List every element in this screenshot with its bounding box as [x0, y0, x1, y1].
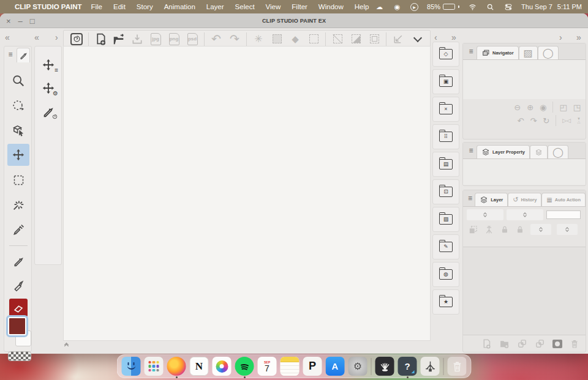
rotate-canvas-tool[interactable] — [7, 94, 29, 116]
transform-selection-button[interactable] — [304, 31, 323, 47]
app-menu-title[interactable]: CLIP STUDIO PAINT — [15, 3, 81, 10]
deselect-button[interactable]: ✳ — [249, 31, 268, 47]
new-document-button[interactable] — [91, 31, 110, 47]
tab-layer[interactable]: Layer — [475, 193, 508, 206]
dock-grabber-app[interactable] — [421, 357, 440, 376]
auto-select-tool[interactable] — [7, 194, 29, 216]
tab-layer-property[interactable]: Layer Property — [477, 145, 530, 158]
reset-rotation-button[interactable]: ↻ — [543, 116, 549, 125]
minimize-window-button[interactable]: – — [18, 17, 23, 25]
redo-button[interactable]: ↷ — [225, 31, 244, 47]
material-folder-button[interactable]: ★ — [432, 289, 459, 315]
tab-auto-action[interactable]: ▦ Auto Action — [541, 193, 586, 206]
zoom-in-button[interactable]: ⊕ — [527, 103, 533, 112]
dock-trash[interactable] — [448, 357, 467, 376]
dock-launchpad[interactable] — [145, 357, 164, 376]
control-center-icon[interactable] — [503, 3, 513, 11]
new-folder-button[interactable] — [499, 338, 510, 349]
rightcol-expand-button[interactable]: » — [576, 33, 581, 42]
screen-record-icon[interactable]: ▶ — [410, 3, 418, 11]
zoom-window-button[interactable]: □ — [30, 17, 35, 25]
selection-tool[interactable] — [7, 169, 29, 191]
snap-to-ruler-button[interactable] — [389, 31, 407, 47]
material-folder-button[interactable]: × — [432, 97, 459, 122]
menu-item[interactable]: Layer — [201, 3, 230, 10]
clip-studio-home-button[interactable] — [67, 31, 86, 47]
tab-history[interactable]: ↺ History — [508, 193, 541, 206]
toolcol-collapse-button[interactable]: « — [34, 33, 39, 42]
object-tool[interactable] — [7, 119, 29, 141]
palette-color-stepper[interactable] — [530, 224, 551, 235]
actual-size-button[interactable]: ◉ — [540, 103, 546, 112]
new-layer-button[interactable] — [481, 338, 492, 349]
material-folder-button[interactable]: ⠿ — [432, 124, 459, 149]
blend-mode-stepper[interactable] — [467, 209, 503, 220]
subtool-move-settings[interactable]: ⚙ — [39, 78, 58, 98]
menubar-clock[interactable]: Thu Sep 7 5:11 PM — [521, 3, 582, 10]
export-jpg-button[interactable]: jpg — [146, 31, 165, 47]
clip-below-button[interactable] — [468, 225, 478, 235]
menu-item[interactable]: Edit — [108, 3, 131, 10]
layer-property-menu-icon[interactable]: ≡ — [466, 144, 477, 157]
flip-vertical-button[interactable]: ▼ △ — [577, 117, 581, 124]
material-folder-button[interactable]: ✎ — [432, 234, 459, 259]
lock-transparent-button[interactable] — [515, 225, 525, 234]
tab-navigator[interactable]: Navigator — [477, 46, 519, 59]
material-expand-button[interactable]: » — [451, 33, 456, 42]
spotlight-search-icon[interactable] — [486, 3, 495, 11]
tab-information[interactable]: ◯ — [538, 46, 559, 59]
menu-item[interactable]: Filter — [286, 3, 313, 10]
opacity-stepper[interactable] — [507, 209, 543, 220]
tool-palette-menu-icon[interactable]: ≡ — [4, 47, 17, 62]
transfer-down-button[interactable] — [517, 338, 527, 349]
delete-layer-button[interactable] — [570, 339, 579, 349]
dock-notes[interactable] — [281, 357, 300, 376]
foreground-color-swatch[interactable] — [8, 317, 26, 335]
layer-panel-menu-icon[interactable]: ≡ — [466, 192, 475, 205]
reference-layer-button[interactable] — [484, 225, 494, 235]
inking-pen-tool[interactable] — [7, 274, 29, 296]
layer-mask-button[interactable] — [552, 340, 562, 348]
fill-selection-button[interactable]: ◆ — [286, 31, 304, 47]
fit-to-window-button[interactable]: ◰ — [559, 103, 567, 112]
export-png-button[interactable]: png — [165, 31, 183, 47]
selection-launcher-button[interactable] — [365, 31, 383, 47]
dock-photos[interactable] — [213, 357, 232, 376]
dock-clip-studio[interactable]: ? — [398, 357, 417, 376]
close-window-button[interactable]: × — [6, 17, 11, 25]
dock-p-app[interactable]: P — [303, 357, 322, 376]
gradient-selection-button[interactable] — [347, 31, 365, 47]
navigator-menu-icon[interactable]: ≡ — [466, 45, 477, 58]
cloud-status-icon[interactable]: ☁ — [375, 3, 384, 11]
subtool-move-layers[interactable]: ≡ — [39, 55, 58, 75]
zoom-out-button[interactable]: ⊖ — [514, 103, 521, 112]
fit-to-area-button[interactable]: ◳ — [573, 103, 581, 112]
tab-layer-search[interactable] — [530, 145, 548, 158]
clear-selection-button[interactable] — [328, 31, 347, 47]
toolbar-more-button[interactable] — [407, 31, 428, 47]
zoom-tool[interactable] — [7, 70, 29, 92]
undo-button[interactable]: ↶ — [207, 31, 225, 47]
rotate-right-button[interactable]: ↷ — [530, 116, 537, 125]
menu-item[interactable]: View — [260, 3, 287, 10]
material-folder-button[interactable]: ◇ — [432, 42, 459, 67]
collapse-left-edge-button[interactable]: « — [5, 33, 10, 42]
material-folder-button[interactable]: ▣ — [432, 69, 459, 94]
dock-app-store[interactable]: A — [326, 357, 345, 376]
merge-down-button[interactable] — [535, 338, 545, 349]
tab-tone-adjust[interactable]: ◯ — [548, 145, 568, 158]
opacity-input[interactable] — [546, 210, 581, 219]
menu-item[interactable]: Select — [230, 3, 260, 10]
dock-spotify[interactable] — [235, 357, 254, 376]
dock-calendar[interactable]: SEP 7 — [258, 357, 277, 376]
rotate-left-button[interactable]: ↶ — [517, 116, 524, 125]
dock-finder[interactable] — [122, 357, 141, 376]
material-folder-button[interactable]: ◍ — [432, 262, 459, 287]
canvas-expand-button[interactable] — [65, 345, 68, 346]
wifi-icon[interactable] — [468, 3, 477, 11]
view-mode-stepper[interactable] — [557, 224, 578, 235]
transparent-color-swatch[interactable] — [8, 351, 31, 361]
material-folder-button[interactable]: ▤ — [432, 152, 459, 177]
display-status-icon[interactable]: ◉ — [393, 3, 402, 11]
dock-system-settings[interactable]: ⚙ — [349, 357, 368, 376]
